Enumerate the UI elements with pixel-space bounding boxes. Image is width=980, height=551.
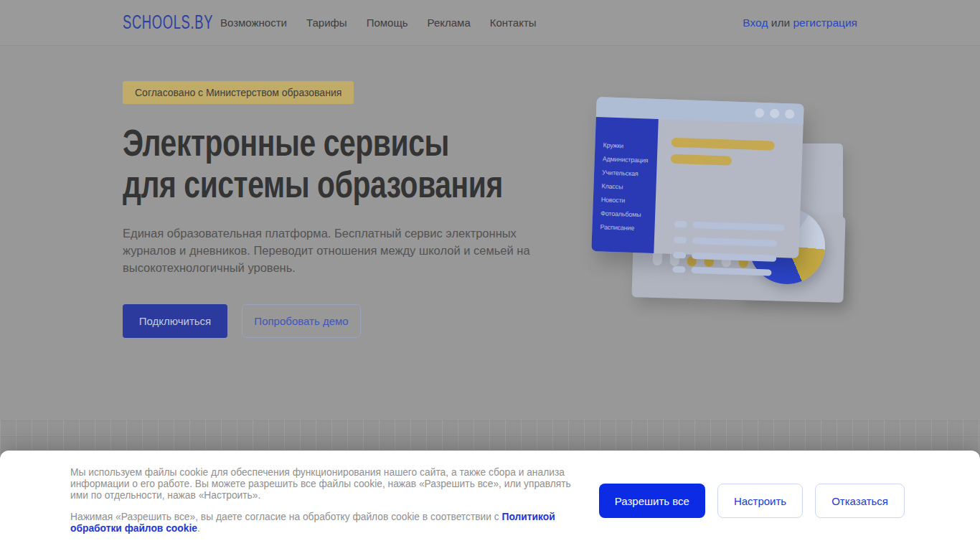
register-link[interactable]: регистрация xyxy=(793,17,857,29)
yellow-bar xyxy=(671,138,774,151)
configure-button[interactable]: Настроить xyxy=(717,484,803,518)
nav-item-contacts[interactable]: Контакты xyxy=(490,17,537,29)
sidebar-item-classes: Классы xyxy=(601,179,656,195)
nav-item-help[interactable]: Помощь xyxy=(367,17,408,29)
ministry-approved-badge: Согласовано с Министерством образования xyxy=(123,81,354,104)
cookie-paragraph-1: Мы используем файлы cookie для обеспечен… xyxy=(70,467,588,502)
nav-item-tariffs[interactable]: Тарифы xyxy=(306,17,347,29)
hero-description: Единая образовательная платформа. Беспла… xyxy=(123,225,553,276)
allow-all-button[interactable]: Разрешить все xyxy=(599,484,705,518)
auth-links: Вход или регистрация xyxy=(743,17,857,29)
sidebar-item-teachers: Учительская xyxy=(602,166,657,182)
top-navigation: SCHOOLS.BY Возможности Тарифы Помощь Рек… xyxy=(0,0,980,46)
connect-button[interactable]: Подключиться xyxy=(123,304,227,338)
cookie-paragraph-2: Нажимая «Разрешить все», вы даете соглас… xyxy=(70,512,588,535)
cookie-consent-text: Мы используем файлы cookie для обеспечен… xyxy=(70,467,588,534)
schoolsby-logo[interactable]: SCHOOLS.BY xyxy=(123,11,189,34)
cookie-buttons: Разрешить все Настроить Отказаться xyxy=(599,484,905,518)
auth-separator: или xyxy=(768,17,793,29)
nav-item-features[interactable]: Возможности xyxy=(220,17,287,29)
window-content xyxy=(666,136,793,258)
front-window-card: Кружки Администрация Учительская Классы … xyxy=(591,97,804,258)
decline-button[interactable]: Отказаться xyxy=(815,484,905,518)
hero-illustration: Кружки Администрация Учительская Классы … xyxy=(593,100,865,373)
try-demo-button[interactable]: Попробовать демо xyxy=(242,304,361,338)
login-link[interactable]: Вход xyxy=(743,17,768,29)
hero-section: Согласовано с Министерством образования … xyxy=(0,47,980,420)
sidebar-item-schedule: Расписание xyxy=(600,220,655,236)
cookie-consent-banner: Мы используем файлы cookie для обеспечен… xyxy=(0,451,980,551)
nav-item-ads[interactable]: Реклама xyxy=(428,17,471,29)
illustration-sidebar: Кружки Администрация Учительская Классы … xyxy=(591,117,658,253)
window-dots-icon xyxy=(755,108,794,119)
main-nav: Возможности Тарифы Помощь Реклама Контак… xyxy=(220,17,537,29)
yellow-bar xyxy=(671,154,732,166)
